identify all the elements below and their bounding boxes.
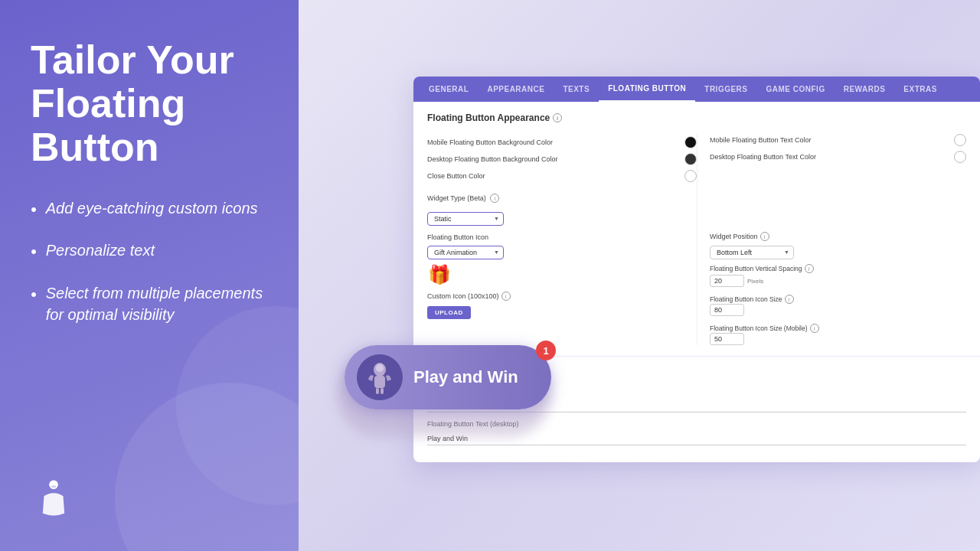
widget-type-section: Widget Type (Beta) i Static Animated ▼ (427, 194, 697, 226)
vertical-spacing-field: Floating Button Vertical Spacing i Pixel… (710, 264, 827, 287)
left-content: Tailor Your Floating Button Add eye-catc… (31, 38, 268, 474)
floating-icon (357, 354, 403, 400)
left-panel: Tailor Your Floating Button Add eye-catc… (0, 0, 299, 551)
svg-rect-3 (374, 376, 385, 388)
color-label-1: Mobile Floating Button Background Color (427, 139, 553, 146)
tab-extras[interactable]: EXTRAS (894, 77, 946, 101)
tab-texts[interactable]: TEXTS (554, 77, 599, 101)
color-row-1: Mobile Floating Button Background Color (427, 134, 697, 151)
icon-size-mobile-label: Floating Button Icon Size (Mobile) i (710, 324, 827, 333)
appearance-right: Mobile Floating Button Text Color Deskto… (697, 134, 966, 345)
appearance-left: Mobile Floating Button Background Color … (427, 134, 697, 345)
floating-icon-label: Floating Button Icon (427, 233, 697, 241)
appearance-info-icon[interactable]: i (553, 113, 562, 122)
tab-triggers[interactable]: TRIGGERS (695, 77, 756, 101)
widget-position-label: Widget Position i (710, 232, 966, 241)
color-label-2: Desktop Floating Button Background Color (427, 155, 558, 163)
widget-type-select-wrap: Static Animated ▼ (427, 210, 504, 226)
bullet-item-1: Add eye-catching custom icons (31, 197, 268, 222)
bullet-list: Add eye-catching custom icons Personaliz… (31, 197, 268, 326)
right-color-swatch-1[interactable] (954, 134, 966, 146)
vertical-spacing-input[interactable] (710, 275, 744, 287)
main-title: Tailor Your Floating Button (31, 38, 268, 170)
tab-floating-button[interactable]: FLOATING BUTTON (599, 77, 695, 102)
icon-size-field: Floating Button Icon Size i (710, 295, 827, 316)
bullet-item-3: Select from multiple placements for opti… (31, 282, 268, 325)
vertical-spacing-unit: Pixels (747, 278, 763, 285)
widget-type-row: Widget Type (Beta) i (427, 194, 697, 203)
right-color-swatch-2[interactable] (954, 151, 966, 163)
widget-type-info[interactable]: i (490, 194, 499, 203)
icon-size-input-row (710, 304, 827, 316)
tabs-bar: GENERAL APPEARANCE TEXTS FLOATING BUTTON… (413, 77, 980, 102)
floating-button[interactable]: Play and Win 1 (345, 345, 551, 409)
vertical-spacing-input-row: Pixels (710, 275, 827, 287)
appearance-section: Floating Button Appearance i Mobile Floa… (413, 102, 980, 357)
color-swatch-3[interactable] (684, 170, 697, 182)
floating-icon-section: Floating Button Icon Gift Animation Star… (427, 233, 697, 287)
svg-point-6 (376, 364, 384, 372)
svg-rect-5 (381, 388, 384, 394)
gift-icon-preview: 🎁 (427, 262, 452, 287)
tab-rewards[interactable]: REWARDS (835, 77, 895, 101)
bullet-item-2: Personalize text (31, 240, 268, 264)
icon-size-mobile-field: Floating Button Icon Size (Mobile) i (710, 324, 827, 345)
custom-icon-section: Custom Icon (100x100) i UPLOAD (427, 292, 697, 319)
widget-position-select[interactable]: Bottom Left Bottom Right Top Left Top Ri… (710, 246, 794, 259)
floating-icon-select[interactable]: Gift Animation Star Trophy (427, 246, 504, 259)
appearance-title: Floating Button Appearance i (427, 112, 966, 123)
tab-general[interactable]: GENERAL (420, 77, 478, 101)
svg-point-1 (51, 485, 57, 487)
right-color-rows: Mobile Floating Button Text Color Deskto… (710, 134, 966, 163)
icon-size-info[interactable]: i (785, 295, 794, 304)
icon-size-mobile-info[interactable]: i (810, 324, 819, 333)
logo-icon (31, 474, 77, 520)
spacing-fields: Floating Button Vertical Spacing i Pixel… (710, 264, 966, 345)
floating-button-preview: Play and Win 1 (345, 345, 551, 409)
floating-icon-select-wrap: Gift Animation Star Trophy ▼ (427, 244, 504, 259)
floating-button-text: Play and Win (413, 367, 518, 387)
vertical-spacing-label: Floating Button Vertical Spacing i (710, 264, 827, 273)
color-label-3: Close Button Color (427, 172, 485, 180)
floating-badge: 1 (536, 341, 556, 360)
right-color-row-2: Desktop Floating Button Text Color (710, 151, 966, 163)
icon-size-mobile-input-row (710, 333, 827, 345)
color-row-3: Close Button Color (427, 168, 697, 184)
widget-type-label: Widget Type (Beta) i (427, 194, 499, 203)
color-swatch-2[interactable] (684, 153, 697, 165)
custom-icon-info[interactable]: i (501, 292, 511, 301)
right-color-label-1: Mobile Floating Button Text Color (710, 136, 811, 144)
tab-appearance[interactable]: APPEARANCE (478, 77, 554, 101)
widget-position-section: Widget Position i Bottom Left Bottom Rig… (710, 232, 966, 259)
icon-size-mobile-input[interactable] (710, 333, 744, 345)
widget-position-info[interactable]: i (760, 232, 769, 241)
right-color-label-2: Desktop Floating Button Text Color (710, 153, 816, 161)
widget-position-select-wrap: Bottom Left Bottom Right Top Left Top Ri… (710, 244, 794, 259)
vertical-spacing-info[interactable]: i (805, 264, 814, 273)
right-panel: Play and Win 1 GENERAL APPEARANCE TEXTS … (299, 0, 980, 551)
icon-size-input[interactable] (710, 304, 744, 316)
logo-area (31, 474, 268, 520)
icon-size-label: Floating Button Icon Size i (710, 295, 827, 304)
upload-button[interactable]: UPLOAD (427, 306, 471, 319)
color-row-2: Desktop Floating Button Background Color (427, 151, 697, 168)
right-color-row-1: Mobile Floating Button Text Color (710, 134, 966, 146)
appearance-grid: Mobile Floating Button Background Color … (427, 134, 966, 345)
svg-rect-4 (376, 388, 379, 394)
tab-game-config[interactable]: GAME CONFIG (757, 77, 835, 101)
custom-icon-label: Custom Icon (100x100) i (427, 292, 697, 301)
widget-type-select[interactable]: Static Animated (427, 212, 504, 226)
color-swatch-1[interactable] (684, 136, 697, 148)
